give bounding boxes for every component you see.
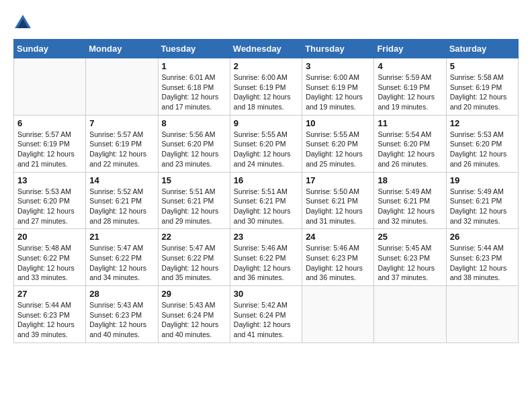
day-number: 16 [234,175,298,185]
day-info: Sunrise: 5:46 AMSunset: 6:22 PMDaylight:… [234,243,298,283]
day-info: Sunrise: 5:46 AMSunset: 6:23 PMDaylight:… [306,243,370,283]
day-info: Sunrise: 5:55 AMSunset: 6:20 PMDaylight:… [234,130,298,169]
calendar-table: SundayMondayTuesdayWednesdayThursdayFrid… [13,39,519,343]
calendar-cell: 21Sunrise: 5:47 AMSunset: 6:22 PMDayligh… [86,229,158,286]
day-info: Sunrise: 5:49 AMSunset: 6:21 PMDaylight:… [378,187,442,226]
day-info: Sunrise: 6:00 AMSunset: 6:19 PMDaylight:… [234,73,298,112]
weekday-header-saturday: Saturday [446,40,518,58]
calendar-cell: 25Sunrise: 5:45 AMSunset: 6:23 PMDayligh… [374,229,446,286]
day-number: 2 [234,61,298,71]
week-row-4: 20Sunrise: 5:48 AMSunset: 6:22 PMDayligh… [14,229,519,286]
day-info: Sunrise: 5:57 AMSunset: 6:19 PMDaylight:… [89,130,154,169]
day-number: 8 [162,118,226,128]
logo-icon [13,13,32,32]
weekday-header-row: SundayMondayTuesdayWednesdayThursdayFrid… [14,40,519,58]
week-row-3: 13Sunrise: 5:53 AMSunset: 6:20 PMDayligh… [14,172,519,229]
weekday-header-sunday: Sunday [14,40,86,58]
day-number: 9 [234,118,298,128]
day-number: 24 [306,232,370,242]
day-number: 28 [89,289,154,299]
day-number: 10 [306,118,370,128]
calendar-cell: 20Sunrise: 5:48 AMSunset: 6:22 PMDayligh… [14,229,86,286]
calendar-cell: 11Sunrise: 5:54 AMSunset: 6:20 PMDayligh… [374,115,446,172]
calendar-cell: 22Sunrise: 5:47 AMSunset: 6:22 PMDayligh… [158,229,230,286]
day-number: 5 [450,61,515,71]
day-info: Sunrise: 5:50 AMSunset: 6:21 PMDaylight:… [306,187,370,226]
calendar-cell: 2Sunrise: 6:00 AMSunset: 6:19 PMDaylight… [230,58,302,116]
calendar-cell [374,286,446,343]
day-info: Sunrise: 5:58 AMSunset: 6:19 PMDaylight:… [450,73,515,112]
day-info: Sunrise: 5:54 AMSunset: 6:20 PMDaylight:… [378,130,442,169]
week-row-5: 27Sunrise: 5:44 AMSunset: 6:23 PMDayligh… [14,286,519,343]
calendar-cell: 26Sunrise: 5:44 AMSunset: 6:23 PMDayligh… [446,229,518,286]
day-info: Sunrise: 5:53 AMSunset: 6:20 PMDaylight:… [450,130,515,169]
day-number: 4 [378,61,442,71]
calendar-cell [446,286,518,343]
calendar-cell: 3Sunrise: 6:00 AMSunset: 6:19 PMDaylight… [302,58,374,116]
day-info: Sunrise: 5:47 AMSunset: 6:22 PMDaylight:… [162,243,226,283]
day-number: 7 [89,118,154,128]
day-info: Sunrise: 5:57 AMSunset: 6:19 PMDaylight:… [17,130,82,169]
weekday-header-wednesday: Wednesday [230,40,302,58]
calendar-cell: 12Sunrise: 5:53 AMSunset: 6:20 PMDayligh… [446,115,518,172]
calendar-cell: 23Sunrise: 5:46 AMSunset: 6:22 PMDayligh… [230,229,302,286]
day-number: 27 [17,289,82,299]
day-info: Sunrise: 5:48 AMSunset: 6:22 PMDaylight:… [17,243,82,283]
weekday-header-thursday: Thursday [302,40,374,58]
calendar-cell: 14Sunrise: 5:52 AMSunset: 6:21 PMDayligh… [86,172,158,229]
calendar-cell: 9Sunrise: 5:55 AMSunset: 6:20 PMDaylight… [230,115,302,172]
calendar-cell: 15Sunrise: 5:51 AMSunset: 6:21 PMDayligh… [158,172,230,229]
day-info: Sunrise: 5:53 AMSunset: 6:20 PMDaylight:… [17,187,82,226]
day-number: 11 [378,118,442,128]
day-number: 1 [162,61,226,71]
calendar-cell: 24Sunrise: 5:46 AMSunset: 6:23 PMDayligh… [302,229,374,286]
day-number: 22 [162,232,226,242]
calendar-cell [302,286,374,343]
day-info: Sunrise: 5:43 AMSunset: 6:24 PMDaylight:… [162,300,226,340]
weekday-header-tuesday: Tuesday [158,40,230,58]
calendar-cell: 27Sunrise: 5:44 AMSunset: 6:23 PMDayligh… [14,286,86,343]
day-number: 17 [306,175,370,185]
day-number: 20 [17,232,82,242]
calendar-cell [86,58,158,116]
day-info: Sunrise: 5:43 AMSunset: 6:23 PMDaylight:… [89,300,154,340]
day-number: 29 [162,289,226,299]
day-info: Sunrise: 5:51 AMSunset: 6:21 PMDaylight:… [234,187,298,226]
day-number: 3 [306,61,370,71]
calendar-cell: 1Sunrise: 6:01 AMSunset: 6:18 PMDaylight… [158,58,230,116]
day-number: 15 [162,175,226,185]
calendar-cell: 29Sunrise: 5:43 AMSunset: 6:24 PMDayligh… [158,286,230,343]
calendar-cell: 10Sunrise: 5:55 AMSunset: 6:20 PMDayligh… [302,115,374,172]
calendar-cell: 16Sunrise: 5:51 AMSunset: 6:21 PMDayligh… [230,172,302,229]
calendar-cell: 6Sunrise: 5:57 AMSunset: 6:19 PMDaylight… [14,115,86,172]
day-number: 12 [450,118,515,128]
day-info: Sunrise: 5:56 AMSunset: 6:20 PMDaylight:… [162,130,226,169]
day-number: 23 [234,232,298,242]
calendar-cell: 30Sunrise: 5:42 AMSunset: 6:24 PMDayligh… [230,286,302,343]
day-number: 18 [378,175,442,185]
calendar-cell [14,58,86,116]
calendar-cell: 5Sunrise: 5:58 AMSunset: 6:19 PMDaylight… [446,58,518,116]
week-row-1: 1Sunrise: 6:01 AMSunset: 6:18 PMDaylight… [14,58,519,116]
calendar-cell: 8Sunrise: 5:56 AMSunset: 6:20 PMDaylight… [158,115,230,172]
weekday-header-friday: Friday [374,40,446,58]
day-info: Sunrise: 5:55 AMSunset: 6:20 PMDaylight:… [306,130,370,169]
calendar-cell: 4Sunrise: 5:59 AMSunset: 6:19 PMDaylight… [374,58,446,116]
calendar-cell: 19Sunrise: 5:49 AMSunset: 6:21 PMDayligh… [446,172,518,229]
logo [13,13,35,32]
day-info: Sunrise: 5:42 AMSunset: 6:24 PMDaylight:… [234,300,298,340]
calendar-cell: 18Sunrise: 5:49 AMSunset: 6:21 PMDayligh… [374,172,446,229]
day-info: Sunrise: 5:51 AMSunset: 6:21 PMDaylight:… [162,187,226,226]
calendar-cell: 17Sunrise: 5:50 AMSunset: 6:21 PMDayligh… [302,172,374,229]
weekday-header-monday: Monday [86,40,158,58]
day-number: 14 [89,175,154,185]
calendar-cell: 13Sunrise: 5:53 AMSunset: 6:20 PMDayligh… [14,172,86,229]
day-number: 21 [89,232,154,242]
day-info: Sunrise: 5:44 AMSunset: 6:23 PMDaylight:… [17,300,82,340]
day-number: 6 [17,118,82,128]
day-number: 13 [17,175,82,185]
day-info: Sunrise: 5:59 AMSunset: 6:19 PMDaylight:… [378,73,442,112]
day-info: Sunrise: 5:44 AMSunset: 6:23 PMDaylight:… [450,243,515,283]
week-row-2: 6Sunrise: 5:57 AMSunset: 6:19 PMDaylight… [14,115,519,172]
day-info: Sunrise: 5:49 AMSunset: 6:21 PMDaylight:… [450,187,515,226]
